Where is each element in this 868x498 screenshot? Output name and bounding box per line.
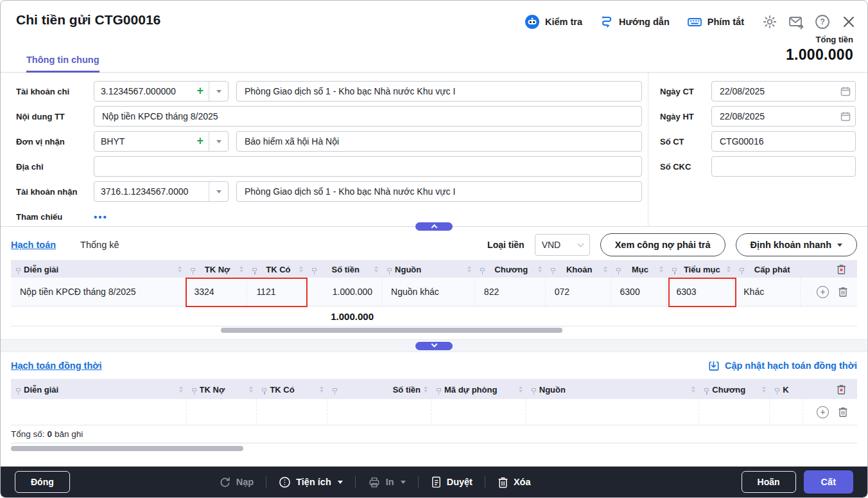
dia-chi-input[interactable] bbox=[94, 156, 642, 177]
cell-dien-giai[interactable] bbox=[11, 399, 187, 425]
shortcut-button[interactable]: Phím tắt bbox=[687, 15, 744, 29]
add-account-icon[interactable]: + bbox=[196, 85, 209, 98]
help-icon[interactable]: ? bbox=[814, 13, 831, 30]
approve-label: Duyệt bbox=[447, 477, 473, 487]
col-tk-no[interactable]: TK Nợ bbox=[187, 380, 257, 399]
delete-all-icon[interactable] bbox=[836, 263, 847, 275]
cell-tk-co[interactable] bbox=[257, 399, 327, 425]
tai-khoan-chi-dropdown[interactable] bbox=[209, 82, 228, 101]
calendar-icon[interactable] bbox=[840, 86, 851, 96]
add-row-icon[interactable]: + bbox=[817, 406, 829, 418]
reload-button[interactable]: Nạp bbox=[219, 476, 254, 488]
cell-chuong[interactable] bbox=[699, 399, 770, 425]
deposit-payment-window: Chi tiền gửi CTG00016 Kiểm tra Hướng dẫn… bbox=[0, 0, 868, 498]
pin-icon bbox=[312, 268, 317, 271]
trash-icon bbox=[498, 476, 508, 488]
add-row-icon[interactable]: + bbox=[817, 286, 829, 298]
horizontal-scrollbar[interactable] bbox=[221, 328, 562, 333]
so-ct-input[interactable] bbox=[711, 131, 856, 152]
col-so-tien[interactable]: Số tiền bbox=[307, 261, 382, 278]
field-label-tham-chieu: Tham chiếu bbox=[16, 212, 94, 222]
tai-khoan-nhan-combo bbox=[94, 181, 229, 202]
cell-so-tien[interactable]: 1.000.000 bbox=[307, 278, 382, 306]
currency-select[interactable]: VND bbox=[535, 234, 590, 256]
feedback-mail-icon[interactable] bbox=[788, 13, 804, 30]
don-vi-nhan-name-input[interactable] bbox=[236, 131, 642, 152]
cell-tieu-muc[interactable]: 6303 bbox=[667, 278, 734, 306]
col-ma-du-phong[interactable]: Mã dự phòng bbox=[431, 380, 526, 399]
subtab-thong-ke[interactable]: Thống kê bbox=[80, 240, 119, 250]
guide-button[interactable]: Hướng dẫn bbox=[600, 15, 670, 29]
pin-icon bbox=[740, 268, 744, 271]
general-info-form: Tài khoản chi + Nội dung TT Đơn vị nhận … bbox=[1, 73, 867, 227]
col-chuong[interactable]: Chương bbox=[699, 380, 770, 399]
close-icon[interactable] bbox=[840, 13, 857, 30]
delete-row-icon[interactable] bbox=[838, 406, 848, 418]
col-muc[interactable]: Mục bbox=[611, 261, 668, 278]
so-ckc-input[interactable] bbox=[711, 156, 856, 177]
reload-label: Nạp bbox=[236, 477, 254, 487]
collapse-up-button[interactable] bbox=[415, 222, 453, 231]
tai-khoan-nhan-name-input[interactable] bbox=[236, 181, 642, 202]
col-tieu-muc[interactable]: Tiểu mục bbox=[667, 261, 734, 278]
settings-gear-icon[interactable] bbox=[761, 13, 778, 30]
delete-row-icon[interactable] bbox=[838, 286, 848, 298]
cell-khoan[interactable] bbox=[770, 399, 803, 425]
cell-cap-phat[interactable]: Khác bbox=[734, 278, 801, 306]
tai-khoan-chi-name-input[interactable] bbox=[236, 81, 642, 102]
cell-ma-du-phong[interactable] bbox=[431, 399, 526, 425]
cell-tk-no[interactable] bbox=[187, 399, 257, 425]
col-tk-co[interactable]: TK Có bbox=[247, 261, 307, 278]
col-dien-giai[interactable]: Diễn giải bbox=[11, 380, 187, 399]
col-chuong[interactable]: Chương bbox=[475, 261, 546, 278]
cell-tk-co[interactable]: 1121 bbox=[247, 278, 307, 306]
tai-khoan-nhan-input[interactable] bbox=[94, 186, 209, 197]
pin-icon bbox=[480, 268, 485, 271]
view-payable-debt-button[interactable]: Xem công nợ phải trả bbox=[600, 233, 725, 256]
col-khoan-truncated[interactable]: K bbox=[770, 380, 803, 399]
simultaneous-title-link[interactable]: Hạch toán đồng thời bbox=[11, 360, 102, 371]
col-tk-no[interactable]: TK Nợ bbox=[186, 261, 248, 278]
delete-button[interactable]: Xóa bbox=[498, 476, 531, 488]
col-nguon[interactable]: Nguồn bbox=[526, 380, 700, 399]
utilities-button[interactable]: Tiện ích bbox=[279, 476, 343, 488]
tab-thong-tin-chung[interactable]: Thông tin chung bbox=[26, 55, 100, 73]
ngay-ht-input[interactable] bbox=[711, 106, 856, 127]
update-simultaneous-link[interactable]: Cập nhật hạch toán đồng thời bbox=[708, 360, 857, 371]
print-button[interactable]: In bbox=[368, 476, 406, 488]
close-button[interactable]: Đóng bbox=[15, 471, 70, 493]
postpone-button[interactable]: Hoãn bbox=[742, 471, 796, 493]
tai-khoan-nhan-dropdown[interactable] bbox=[209, 182, 228, 201]
col-so-tien[interactable]: Số tiền bbox=[327, 380, 431, 399]
cell-tk-no[interactable]: 3324 bbox=[186, 278, 248, 306]
horizontal-scrollbar[interactable] bbox=[11, 446, 243, 451]
cell-nguon[interactable] bbox=[526, 399, 700, 425]
col-cap-phat[interactable]: Cấp phát bbox=[734, 261, 801, 278]
delete-all-icon[interactable] bbox=[836, 384, 847, 395]
col-dien-giai[interactable]: Diễn giải bbox=[11, 261, 186, 278]
add-unit-icon[interactable]: + bbox=[196, 135, 209, 148]
col-tk-co[interactable]: TK Có bbox=[257, 380, 327, 399]
cell-nguon[interactable]: Nguồn khác bbox=[382, 278, 475, 306]
cell-chuong[interactable]: 822 bbox=[475, 278, 546, 306]
noi-dung-tt-input[interactable] bbox=[94, 106, 642, 127]
check-button[interactable]: Kiểm tra bbox=[525, 14, 582, 30]
col-nguon[interactable]: Nguồn bbox=[382, 261, 475, 278]
save-button[interactable]: Cất bbox=[804, 470, 853, 494]
tham-chieu-more-icon[interactable]: ••• bbox=[94, 211, 108, 222]
cell-so-tien[interactable] bbox=[327, 399, 431, 425]
subtab-hach-toan[interactable]: Hạch toán bbox=[11, 240, 56, 250]
quick-entry-button[interactable]: Định khoản nhanh bbox=[736, 233, 857, 256]
approve-button[interactable]: Duyệt bbox=[431, 476, 473, 488]
collapse-down-button[interactable] bbox=[415, 342, 453, 350]
tai-khoan-chi-input[interactable] bbox=[94, 86, 196, 96]
col-khoan[interactable]: Khoản bbox=[546, 261, 611, 278]
cell-khoan[interactable]: 072 bbox=[546, 278, 611, 306]
don-vi-nhan-dropdown[interactable] bbox=[209, 132, 228, 151]
pin-icon bbox=[532, 388, 536, 391]
cell-muc[interactable]: 6300 bbox=[611, 278, 668, 306]
ngay-ct-input[interactable] bbox=[711, 81, 856, 102]
cell-dien-giai[interactable]: Nộp tiền KPCĐ tháng 8/2025 bbox=[11, 278, 186, 306]
don-vi-nhan-input[interactable] bbox=[94, 136, 196, 147]
calendar-icon[interactable] bbox=[840, 111, 851, 121]
